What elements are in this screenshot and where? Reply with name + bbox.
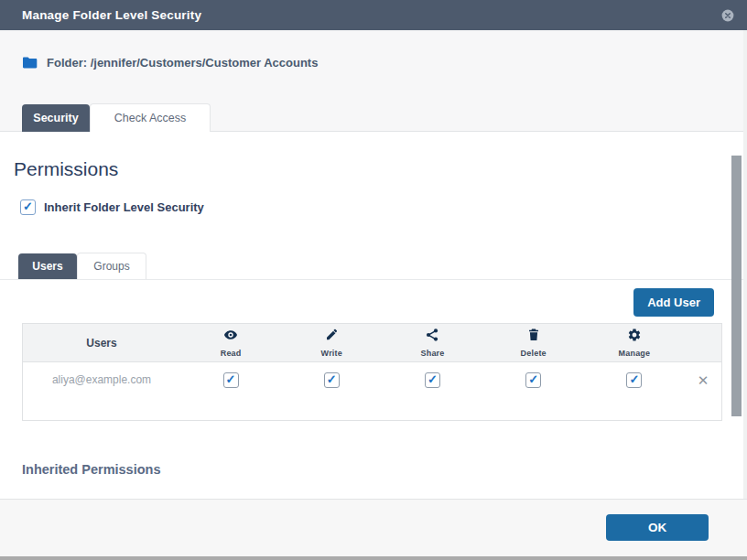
dialog-title: Manage Folder Level Security [22, 8, 201, 22]
dialog-subheader: Folder: /jennifer/Customers/Customer Acc… [0, 30, 747, 132]
delete-column-header: Delete [483, 328, 584, 358]
write-label: Write [321, 349, 342, 358]
manage-checkbox[interactable] [626, 372, 642, 388]
folder-row: Folder: /jennifer/Customers/Customer Acc… [22, 56, 747, 70]
dialog-content: Permissions Inherit Folder Level Securit… [0, 132, 747, 499]
share-label: Share [420, 349, 444, 358]
bottom-edge-strip [0, 556, 747, 560]
inherit-security-row: Inherit Folder Level Security [20, 199, 747, 215]
read-checkbox[interactable] [223, 372, 239, 388]
share-checkbox[interactable] [425, 372, 440, 388]
permissions-table-header: Users Read [23, 324, 721, 362]
user-email: aliya@example.com [23, 373, 180, 386]
table-row: aliya@example.com ✕ [23, 362, 721, 397]
read-label: Read [221, 349, 242, 358]
tab-groups[interactable]: Groups [77, 253, 146, 279]
inherit-security-label: Inherit Folder Level Security [44, 200, 204, 214]
trash-icon [526, 328, 541, 346]
pencil-icon [324, 328, 339, 346]
tab-check-access[interactable]: Check Access [90, 103, 211, 132]
tab-security[interactable]: Security [22, 104, 90, 132]
tab-users[interactable]: Users [18, 253, 77, 279]
gear-icon [627, 328, 642, 346]
remove-user-icon[interactable]: ✕ [698, 373, 709, 387]
dialog-footer: OK [0, 499, 747, 556]
delete-checkbox[interactable] [525, 372, 541, 388]
manage-column-header: Manage [584, 328, 685, 358]
inherited-permissions-heading: Inherited Permissions [22, 462, 747, 477]
close-icon[interactable] [720, 8, 735, 23]
permissions-heading: Permissions [14, 158, 747, 180]
page-right-edge [743, 30, 747, 556]
delete-label: Delete [521, 349, 547, 358]
share-column-header: Share [382, 328, 482, 358]
read-column-header: Read [180, 328, 281, 358]
vertical-scrollbar-thumb[interactable] [731, 156, 742, 416]
manage-label: Manage [619, 349, 651, 358]
folder-path-text: Folder: /jennifer/Customers/Customer Acc… [47, 56, 318, 70]
share-icon [425, 328, 439, 346]
write-column-header: Write [281, 328, 382, 358]
permissions-table: Users Read [22, 323, 722, 421]
user-group-tabs: Users Groups [0, 253, 747, 280]
inherit-security-checkbox[interactable] [20, 199, 36, 215]
main-tabs: Security Check Access [0, 103, 747, 132]
users-column-header: Users [23, 337, 180, 350]
write-checkbox[interactable] [324, 372, 340, 388]
folder-icon [22, 56, 38, 70]
eye-icon [223, 328, 238, 346]
add-user-row: Add User [0, 288, 747, 317]
ok-button[interactable]: OK [606, 514, 709, 541]
dialog-titlebar: Manage Folder Level Security [0, 0, 747, 30]
manage-folder-security-dialog: Manage Folder Level Security Folder: /je… [0, 0, 747, 560]
add-user-button[interactable]: Add User [633, 288, 714, 317]
